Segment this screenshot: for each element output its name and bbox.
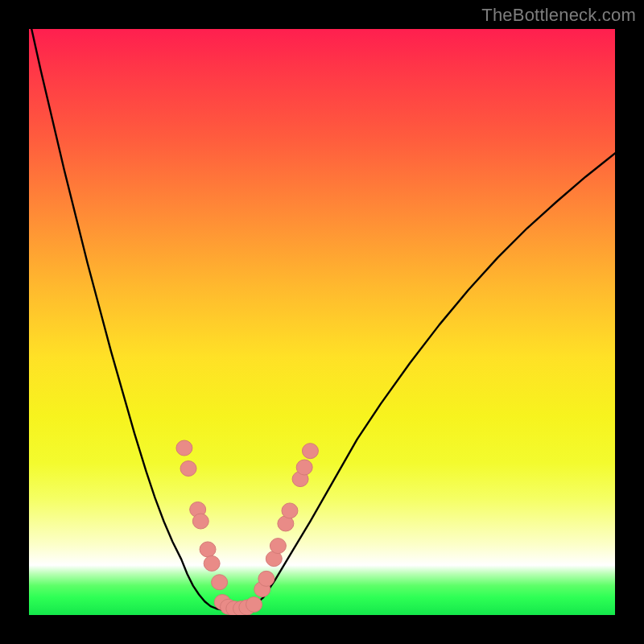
plot-area bbox=[29, 29, 615, 615]
heat-gradient-background bbox=[29, 29, 615, 615]
watermark-text: TheBottleneck.com bbox=[481, 5, 636, 26]
chart-frame: TheBottleneck.com bbox=[0, 0, 644, 644]
